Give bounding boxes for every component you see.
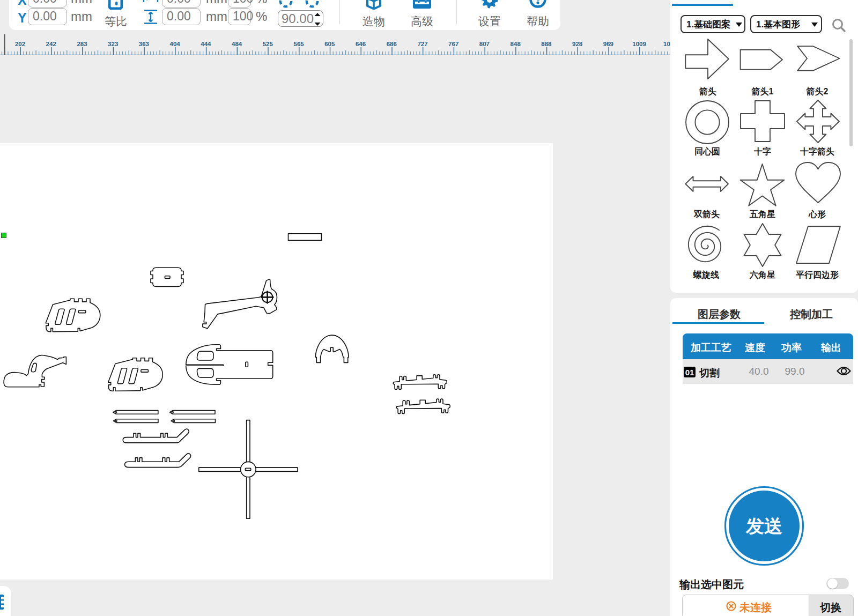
svg-text:202: 202 bbox=[15, 41, 25, 47]
svg-text:767: 767 bbox=[448, 41, 458, 47]
svg-text:646: 646 bbox=[356, 41, 366, 47]
svg-text:605: 605 bbox=[324, 41, 335, 47]
svg-text:1050: 1050 bbox=[663, 41, 670, 47]
svg-text:807: 807 bbox=[479, 41, 490, 47]
svg-text:565: 565 bbox=[294, 41, 305, 47]
svg-text:525: 525 bbox=[263, 41, 273, 47]
svg-text:242: 242 bbox=[46, 41, 56, 47]
svg-text:928: 928 bbox=[572, 41, 583, 47]
svg-text:969: 969 bbox=[603, 41, 613, 47]
svg-text:888: 888 bbox=[541, 41, 552, 47]
svg-text:283: 283 bbox=[77, 41, 87, 47]
svg-text:727: 727 bbox=[417, 41, 427, 47]
svg-text:484: 484 bbox=[232, 41, 242, 47]
svg-text:404: 404 bbox=[170, 41, 181, 47]
svg-text:686: 686 bbox=[387, 41, 397, 47]
svg-text:发送: 发送 bbox=[745, 516, 782, 536]
svg-text:444: 444 bbox=[201, 41, 211, 47]
svg-text:363: 363 bbox=[139, 41, 149, 47]
svg-text:848: 848 bbox=[511, 41, 521, 47]
svg-text:323: 323 bbox=[108, 41, 118, 47]
svg-text:1009: 1009 bbox=[632, 41, 646, 47]
